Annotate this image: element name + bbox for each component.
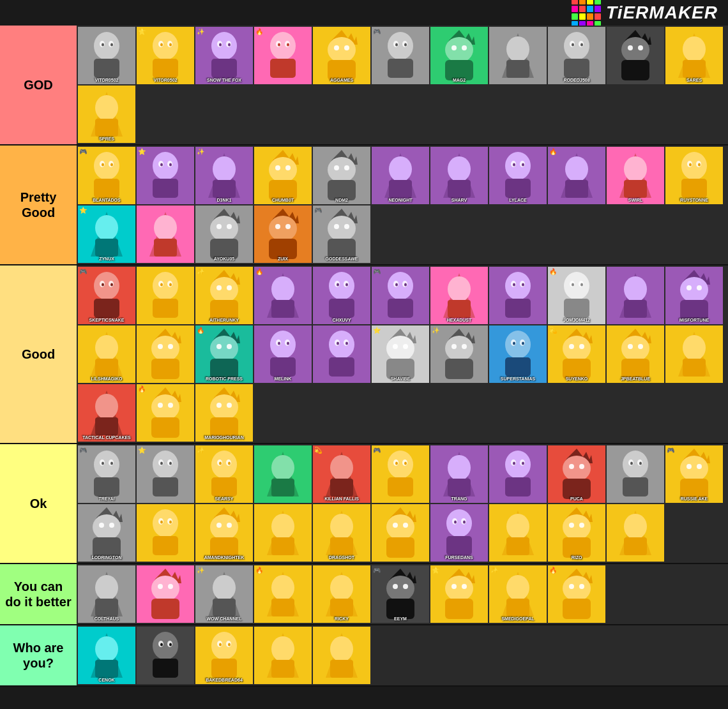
- list-item[interactable]: SPRES: [78, 86, 135, 143]
- list-item[interactable]: [254, 445, 312, 503]
- list-item[interactable]: TREYAI🎮: [78, 445, 135, 503]
- svg-point-195: [404, 283, 407, 287]
- list-item[interactable]: 🎮: [372, 267, 429, 324]
- list-item[interactable]: SWIRL: [607, 147, 664, 204]
- list-item[interactable]: FURSEDANS: [430, 504, 488, 562]
- list-item[interactable]: NDM2: [313, 147, 370, 204]
- list-item[interactable]: VITOR0502⭐: [137, 27, 194, 84]
- svg-point-457: [451, 584, 457, 589]
- list-item[interactable]: 🔥: [548, 147, 605, 204]
- list-item[interactable]: [372, 504, 429, 562]
- list-item[interactable]: ⭐: [137, 147, 194, 204]
- list-item[interactable]: LODRINGTON: [78, 504, 135, 562]
- list-item[interactable]: MELINK: [254, 325, 312, 383]
- list-item[interactable]: MARIOGHOURIAN: [195, 384, 253, 442]
- list-item[interactable]: 🔥: [254, 565, 312, 623]
- list-item[interactable]: 🔥: [548, 565, 605, 623]
- svg-point-410: [463, 521, 466, 524]
- list-item[interactable]: HEXADUST: [430, 267, 488, 324]
- list-item[interactable]: BAKEDBREAD64: [195, 627, 253, 684]
- list-item[interactable]: [254, 504, 312, 562]
- list-item[interactable]: SNOW THE FOX✨: [195, 27, 253, 84]
- svg-rect-466: [563, 599, 591, 619]
- list-item[interactable]: [607, 27, 664, 84]
- list-item[interactable]: [489, 267, 547, 324]
- list-item[interactable]: RICKY: [313, 565, 370, 623]
- list-item[interactable]: SHAVIBE⭐: [372, 325, 429, 383]
- list-item[interactable]: 🎮: [372, 445, 429, 503]
- svg-rect-344: [448, 479, 471, 496]
- list-item[interactable]: AITHERUNKY✨: [195, 267, 253, 324]
- svg-rect-393: [271, 537, 294, 555]
- list-item[interactable]: AMANDKNIGHTEK: [195, 504, 253, 562]
- list-item[interactable]: RODEOJ508: [548, 27, 605, 84]
- list-item[interactable]: [489, 504, 547, 562]
- list-item[interactable]: DRAGSHOT: [313, 504, 370, 562]
- list-item[interactable]: JPBEATBLUE: [607, 325, 664, 383]
- list-item[interactable]: AYOKU05: [195, 205, 253, 263]
- list-item[interactable]: [137, 325, 194, 383]
- list-item[interactable]: TACTICAL CUPCAKES: [78, 384, 135, 442]
- list-item[interactable]: 🔥: [137, 384, 194, 442]
- list-item[interactable]: NEONIGHT: [372, 147, 429, 204]
- list-item[interactable]: MAG2: [430, 27, 488, 84]
- svg-point-78: [110, 163, 113, 167]
- list-item[interactable]: VITOR0502: [78, 27, 135, 84]
- list-item[interactable]: JOMJOM412🔥: [548, 267, 605, 324]
- list-item[interactable]: [607, 504, 664, 562]
- list-item[interactable]: [137, 205, 194, 263]
- list-item[interactable]: ROBOTIC PRESS🔥: [195, 325, 253, 383]
- list-item[interactable]: BLANTADOS🎮: [78, 147, 135, 204]
- list-item[interactable]: [137, 504, 194, 562]
- list-item[interactable]: [607, 267, 664, 324]
- list-item[interactable]: [313, 325, 370, 383]
- list-item[interactable]: CHUMB0T: [254, 147, 312, 204]
- list-item[interactable]: [254, 627, 312, 684]
- list-item[interactable]: SKEPTICSNAKE🎮: [78, 267, 135, 324]
- list-item[interactable]: SUPERSTANIAS: [489, 325, 547, 383]
- list-item[interactable]: [137, 267, 194, 324]
- list-item[interactable]: TRANG: [430, 445, 488, 503]
- list-item[interactable]: GODDESSAWE🎮: [313, 205, 370, 263]
- list-item[interactable]: KILLIAN FALLIS💫: [313, 445, 370, 503]
- list-item[interactable]: LILSHMAGIKO: [78, 325, 135, 383]
- list-item[interactable]: 🎮: [372, 27, 429, 84]
- list-item[interactable]: AGGAMES: [313, 27, 370, 84]
- list-item[interactable]: PUCA: [548, 445, 605, 503]
- list-item[interactable]: [137, 627, 194, 684]
- list-item[interactable]: MISFORTUNE: [665, 267, 723, 324]
- list-item[interactable]: COLTHAUS: [78, 565, 135, 623]
- svg-point-239: [227, 344, 232, 349]
- svg-point-303: [216, 403, 222, 408]
- list-item[interactable]: ✨: [430, 325, 488, 383]
- list-item[interactable]: RUSSIE AKE🎮: [665, 445, 723, 503]
- list-item[interactable]: ⭐: [430, 565, 488, 623]
- svg-point-49: [506, 36, 529, 62]
- svg-rect-456: [445, 599, 473, 619]
- list-item[interactable]: SEARSY✨: [195, 445, 253, 503]
- list-item[interactable]: [665, 325, 723, 383]
- list-item[interactable]: SARES: [665, 27, 723, 84]
- list-item[interactable]: D3NK1✨: [195, 147, 253, 204]
- list-item[interactable]: [607, 445, 664, 503]
- list-item[interactable]: EEYM🎮: [372, 565, 429, 623]
- svg-point-245: [278, 342, 280, 345]
- list-item[interactable]: ZUIX: [254, 205, 312, 263]
- list-item[interactable]: 🔥: [254, 27, 312, 84]
- list-item[interactable]: WOW CHANNEL✨: [195, 565, 253, 623]
- list-item[interactable]: CENOK: [78, 627, 135, 684]
- list-item[interactable]: RUYSTONNE: [665, 147, 723, 204]
- list-item[interactable]: SUYENKO💫: [548, 325, 605, 383]
- list-item[interactable]: [489, 445, 547, 503]
- list-item[interactable]: LYLACE: [489, 147, 547, 204]
- list-item[interactable]: CHXUVY: [313, 267, 370, 324]
- list-item[interactable]: [489, 27, 547, 84]
- list-item[interactable]: [313, 627, 370, 684]
- list-item[interactable]: ZYNUX⭐: [78, 205, 135, 263]
- list-item[interactable]: 🔥: [254, 267, 312, 324]
- list-item[interactable]: [137, 565, 194, 623]
- list-item[interactable]: RIZO: [548, 504, 605, 562]
- list-item[interactable]: SHARV: [430, 147, 488, 204]
- list-item[interactable]: ⭐: [137, 445, 194, 503]
- list-item[interactable]: SMEDIGOEPAL✨: [489, 565, 547, 623]
